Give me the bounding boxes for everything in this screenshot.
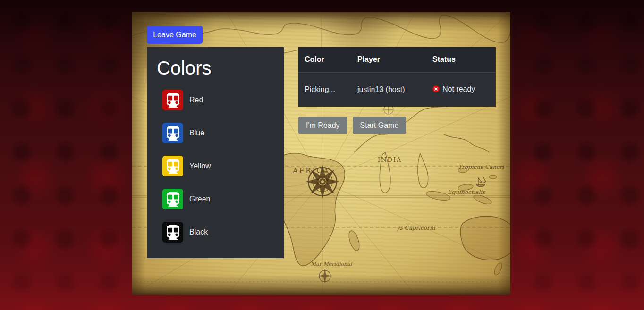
action-row: I'm Ready Start Game [298,117,496,134]
color-option-label: Green [189,195,210,203]
times-circle-icon [432,85,440,92]
colors-panel: Colors Red Blue Yellow Green [147,47,284,258]
color-option-green[interactable]: Green [162,189,284,209]
subway-train-icon [162,123,183,143]
col-header-color: Color [298,47,351,72]
color-option-label: Yellow [189,162,211,170]
status-text: Not ready [442,85,475,93]
color-option-red[interactable]: Red [162,90,284,110]
leave-game-button[interactable]: Leave Game [147,26,203,44]
color-option-label: Black [189,228,208,236]
subway-train-icon [162,222,183,243]
subway-train-icon [162,189,183,209]
islands [425,168,497,206]
australia-shape [460,216,510,260]
lobby-panel: Color Player Status Picking... justin13 … [298,47,496,134]
start-game-button[interactable]: Start Game [353,117,407,134]
map-background: AFRICA INDIA Tropicus Cancri Equinoctial… [132,12,510,295]
player-color-cell: Picking... [298,72,351,107]
map-label-india: INDIA [378,156,402,163]
map-label-equator: Equinoctialis [448,189,485,195]
new-zealand-shape [493,262,503,276]
color-option-label: Red [189,96,203,104]
map-label-capricorn: ys Capricorni [396,225,436,231]
madagascar-shape [347,229,362,251]
players-table: Color Player Status Picking... justin13 … [298,47,496,107]
player-row: Picking... justin13 (host) [298,72,496,107]
color-option-label: Blue [189,129,204,137]
colors-panel-title: Colors [157,57,284,79]
small-compass [317,268,332,284]
lobby-page: { "theme": { "page_bg": "#4a0d11", "pane… [0,0,644,310]
color-option-blue[interactable]: Blue [162,123,284,143]
subway-train-icon [162,156,183,176]
im-ready-button[interactable]: I'm Ready [298,117,347,134]
map-label-tropic: Tropicus Cancri [458,164,504,170]
player-name-cell: justin13 (host) [351,72,426,107]
color-option-black[interactable]: Black [162,222,284,243]
subway-train-icon [162,90,183,110]
col-header-player: Player [351,47,426,72]
player-status-cell: Not ready [426,72,496,107]
map-label-sea: Mar Meridional [311,261,353,267]
map-label-africa: AFRICA [292,167,330,175]
color-option-yellow[interactable]: Yellow [162,156,284,176]
col-header-status: Status [426,47,496,72]
players-table-header-row: Color Player Status [298,47,496,72]
